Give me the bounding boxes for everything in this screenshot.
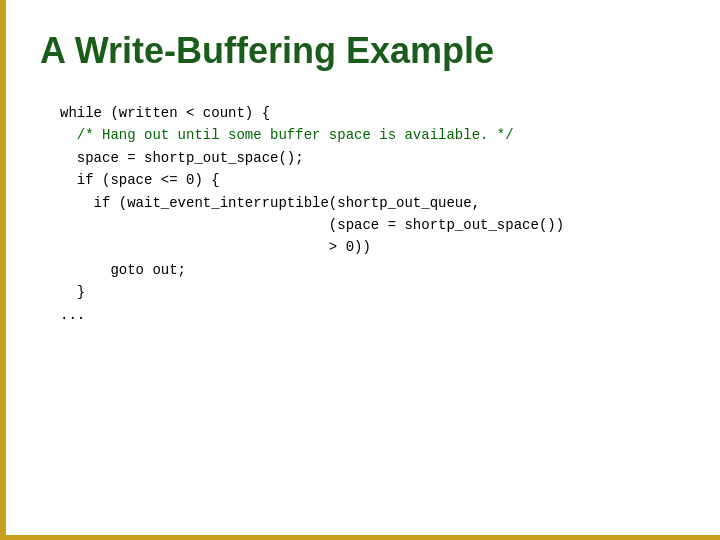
slide-container: A Write-Buffering Example while (written… <box>0 0 720 540</box>
bottom-border-decoration <box>0 535 720 540</box>
code-line-10: ... <box>60 304 690 326</box>
code-line-7: > 0)) <box>60 236 690 258</box>
slide-title: A Write-Buffering Example <box>40 20 690 72</box>
code-line-1: while (written < count) { <box>60 102 690 124</box>
code-line-9: } <box>60 281 690 303</box>
code-block: while (written < count) { /* Hang out un… <box>60 102 690 326</box>
code-line-4: if (space <= 0) { <box>60 169 690 191</box>
code-line-8: goto out; <box>60 259 690 281</box>
code-line-3: space = shortp_out_space(); <box>60 147 690 169</box>
left-border-decoration <box>0 0 6 540</box>
code-line-2: /* Hang out until some buffer space is a… <box>60 124 690 146</box>
code-line-5: if (wait_event_interruptible(shortp_out_… <box>60 192 690 214</box>
code-line-6: (space = shortp_out_space()) <box>60 214 690 236</box>
